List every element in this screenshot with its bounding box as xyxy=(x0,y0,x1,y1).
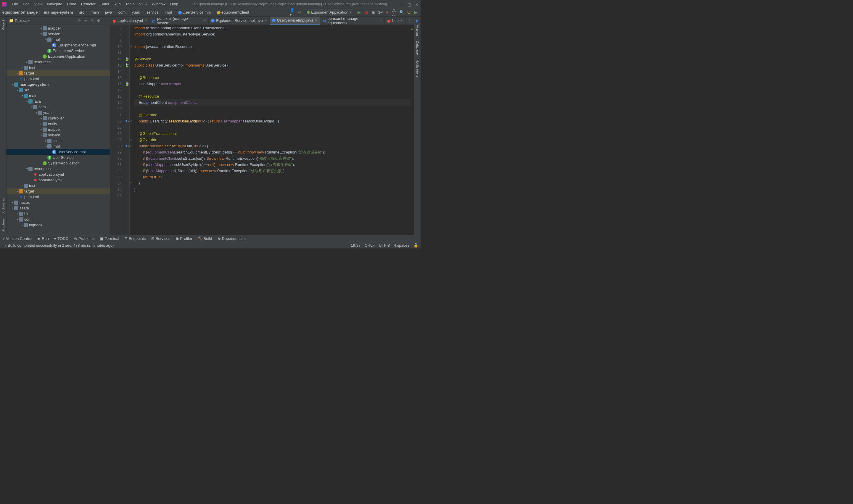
fold-marker[interactable] xyxy=(129,93,133,100)
fold-marker[interactable] xyxy=(129,168,133,174)
tree-arrow-icon[interactable] xyxy=(16,218,19,221)
tab-close-icon[interactable]: ✕ xyxy=(315,18,318,22)
tree-arrow-icon[interactable] xyxy=(40,128,42,131)
menu-run[interactable]: Run xyxy=(111,2,123,6)
fold-marker[interactable] xyxy=(129,100,133,106)
tab-close-icon[interactable]: ✕ xyxy=(144,19,147,22)
tree-arrow-icon[interactable] xyxy=(25,100,29,103)
gutter-icon[interactable] xyxy=(124,137,129,143)
gutter-icon[interactable]: 🍃 xyxy=(124,81,129,87)
gutter-icon[interactable] xyxy=(124,25,129,31)
close-button[interactable]: ✕ xyxy=(415,2,419,6)
tree-arrow-icon[interactable] xyxy=(25,167,29,170)
fold-marker[interactable] xyxy=(129,50,133,56)
tree-arrow-icon[interactable] xyxy=(11,201,14,204)
fold-marker[interactable] xyxy=(129,25,133,31)
tree-item-equipmentapplication[interactable]: EquipmentApplication xyxy=(6,54,110,59)
tree-item-bootstrap-yml[interactable]: ⬢bootstrap.yml xyxy=(6,177,110,183)
gutter-icon[interactable] xyxy=(124,168,129,174)
tree-item-client[interactable]: client xyxy=(6,138,110,143)
tree-arrow-icon[interactable] xyxy=(40,26,42,30)
gutter-icon[interactable] xyxy=(124,100,129,106)
tree-item-entity[interactable]: entity xyxy=(6,121,110,127)
code-line[interactable]: return true; xyxy=(134,174,411,180)
tree-item-seata[interactable]: seata xyxy=(6,205,110,211)
code-line[interactable]: @Resource xyxy=(134,93,411,100)
bottom-tab-profiler[interactable]: ◉Profiler xyxy=(175,236,192,241)
tree-arrow-icon[interactable] xyxy=(25,60,29,64)
tool-tab-bookmarks[interactable]: Bookmarks xyxy=(1,196,6,217)
settings-icon[interactable]: ⚙ xyxy=(96,18,101,23)
bottom-tab-endpoints[interactable]: ⚲Endpoints xyxy=(125,236,146,241)
fold-marker[interactable] xyxy=(129,81,133,87)
code-line[interactable] xyxy=(134,37,411,43)
breadcrumb-item[interactable]: UserServiceImpl xyxy=(178,10,211,15)
tree-arrow-icon[interactable] xyxy=(40,32,42,36)
tool-tab-project[interactable]: Project xyxy=(1,18,6,33)
breadcrumb-item[interactable]: yuan xyxy=(132,10,140,15)
gutter-icon[interactable] xyxy=(124,186,129,193)
menu-navigate[interactable]: Navigate xyxy=(45,2,65,6)
tree-item-service[interactable]: service xyxy=(6,132,110,138)
tree-item-test[interactable]: test xyxy=(6,183,110,188)
gutter-icon[interactable]: ⬆● xyxy=(124,143,129,149)
tree-arrow-icon[interactable] xyxy=(21,66,24,69)
gutter-icon[interactable] xyxy=(124,106,129,112)
tree-arrow-icon[interactable] xyxy=(21,94,24,97)
code-line[interactable] xyxy=(134,50,411,56)
tree-item-service[interactable]: service xyxy=(6,31,110,37)
coverage-icon[interactable]: ◉ xyxy=(371,10,376,15)
bottom-tab-problems[interactable]: ⊘Problems xyxy=(74,236,95,241)
menu-build[interactable]: Build xyxy=(98,2,111,6)
error-stripe[interactable]: ✔ xyxy=(411,25,414,235)
bottom-tab-version-control[interactable]: ⑂Version Control xyxy=(2,236,32,241)
menu-help[interactable]: Help xyxy=(168,2,180,6)
tree-item-pom-xml[interactable]: mpom.xml xyxy=(6,76,110,82)
editor-tab[interactable]: ⬢application.yml✕ xyxy=(110,17,150,25)
tree-arrow-icon[interactable] xyxy=(30,105,33,109)
code-line[interactable]: if (equipmentClient.searchEquipmentById(… xyxy=(134,149,411,155)
back-icon[interactable]: ↩ xyxy=(297,10,301,15)
fold-marker[interactable] xyxy=(129,31,133,37)
file-encoding[interactable]: UTF-8 xyxy=(379,243,390,248)
fold-marker[interactable] xyxy=(129,74,133,81)
fold-marker[interactable]: ⊟ xyxy=(129,43,133,50)
code-line[interactable]: public class UserServiceImpl implements … xyxy=(134,62,411,68)
user-icon[interactable]: 👤▾ xyxy=(290,10,295,15)
fold-marker[interactable] xyxy=(129,193,133,199)
search-icon[interactable]: 🔍 xyxy=(399,10,404,15)
code-line[interactable]: @Service xyxy=(134,56,411,62)
code-line[interactable]: import io.seata.spring.annotation.Global… xyxy=(134,25,411,31)
editor-tab[interactable]: mpom.xml (manage-system)✕ xyxy=(150,17,209,25)
tabs-more-icon[interactable]: ⋮ xyxy=(405,18,414,23)
gutter-icon[interactable] xyxy=(124,43,129,50)
fold-marker[interactable] xyxy=(129,186,133,193)
bottom-tab-terminal[interactable]: ▣Terminal xyxy=(100,236,119,241)
gutter-icon[interactable] xyxy=(124,31,129,37)
tree-arrow-icon[interactable] xyxy=(16,212,19,215)
fold-marker[interactable] xyxy=(129,56,133,62)
tree-item-userserviceimpl[interactable]: CUserServiceImpl xyxy=(6,149,110,155)
breadcrumb-item[interactable]: service xyxy=(146,10,159,15)
fold-marker[interactable] xyxy=(129,149,133,155)
tree-item-equipmentserviceimpl[interactable]: CEquipmentServiceImpl xyxy=(6,42,110,48)
tree-arrow-icon[interactable] xyxy=(21,184,24,187)
editor-tab[interactable]: mpom.xml (manage-equipment)✕ xyxy=(320,17,385,25)
indent-setting[interactable]: 4 spaces xyxy=(394,243,409,248)
fold-marker[interactable] xyxy=(129,162,133,168)
gutter-icon[interactable] xyxy=(124,193,129,199)
code-line[interactable]: @Resource xyxy=(134,74,411,81)
gutter-icon[interactable] xyxy=(124,162,129,168)
run-icon[interactable]: ▶ xyxy=(356,10,361,15)
tree-item-bin[interactable]: bin xyxy=(6,211,110,216)
bottom-tab-dependencies[interactable]: ≋Dependencies xyxy=(217,236,246,241)
maximize-button[interactable]: ▢ xyxy=(407,2,411,6)
breadcrumb-item[interactable]: impl xyxy=(165,10,172,15)
menu-edit[interactable]: Edit xyxy=(20,2,32,6)
gutter-icon[interactable] xyxy=(124,50,129,56)
code-line[interactable] xyxy=(134,106,411,112)
debug-icon[interactable]: 🐞 xyxy=(364,10,368,15)
menu-window[interactable]: Window xyxy=(150,2,168,6)
tree-item-impl[interactable]: impl xyxy=(6,143,110,149)
code-line[interactable]: @GlobalTransactional xyxy=(134,130,411,137)
